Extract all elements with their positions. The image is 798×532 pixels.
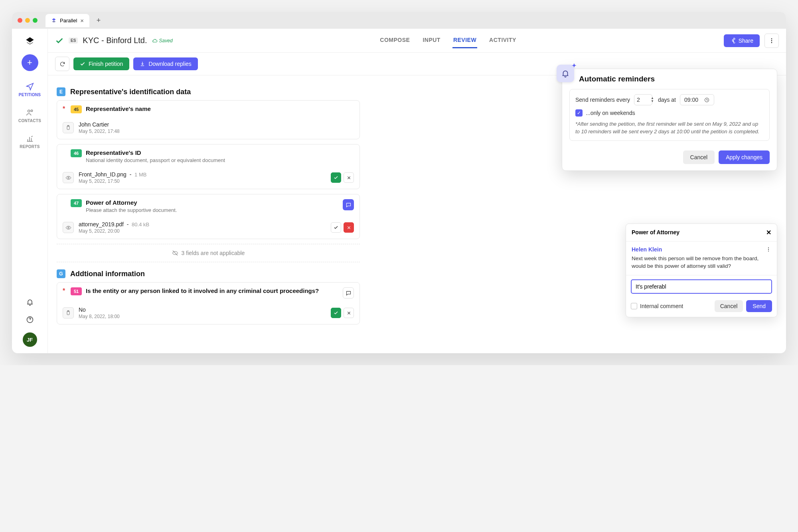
days-input[interactable]: 2	[634, 94, 652, 105]
file-name: attorney_2019.pdf - 80.4 kB	[79, 221, 326, 227]
paper-plane-icon	[26, 82, 34, 91]
app-window: Parallel × + + PETITIONS CONTACTS REPORT…	[12, 12, 786, 353]
notifications-button[interactable]	[23, 295, 37, 309]
check-icon	[80, 61, 85, 67]
download-replies-button[interactable]: Download replies	[133, 57, 198, 70]
checkbox-unchecked-icon	[631, 303, 637, 309]
apply-changes-button[interactable]: Apply changes	[719, 150, 770, 164]
field-number: 47	[71, 199, 82, 207]
language-badge: ES	[69, 38, 78, 44]
eye-off-icon	[172, 250, 178, 256]
x-icon	[347, 311, 351, 315]
button-label: Download replies	[148, 61, 191, 67]
reject-button[interactable]	[344, 222, 354, 233]
maximize-window[interactable]	[33, 18, 38, 23]
reminder-note: *After sending the petition, the first r…	[575, 121, 764, 136]
reject-button[interactable]	[344, 308, 354, 318]
button-label: Finish petition	[89, 61, 123, 67]
tab-compose[interactable]: COMPOSE	[379, 33, 411, 48]
browser-tab[interactable]: Parallel ×	[45, 14, 89, 27]
section-title: Addtional information	[70, 270, 145, 278]
field-timestamp: May 5, 2022, 20:00	[79, 228, 326, 234]
na-label: 3 fields are not applicable	[182, 250, 245, 256]
reminder-text-1: Send reminders every	[575, 97, 630, 103]
app-logo[interactable]	[24, 35, 36, 47]
field-number: 51	[71, 287, 82, 295]
field-timestamp: May 5, 2022, 17:50	[79, 178, 326, 184]
time-value: 09:00	[684, 97, 698, 103]
comment-input[interactable]	[631, 279, 772, 294]
bell-icon	[26, 298, 34, 306]
tab-activity[interactable]: ACTIVITY	[488, 33, 517, 48]
bell-icon	[561, 69, 570, 78]
user-avatar[interactable]: JF	[23, 332, 37, 347]
minimize-window[interactable]	[25, 18, 30, 23]
comment-button[interactable]	[343, 199, 354, 210]
comment-text: Next week this person will be remove fro…	[632, 255, 771, 270]
chat-icon	[346, 202, 352, 208]
svg-point-9	[67, 227, 69, 228]
preview-button[interactable]	[63, 222, 74, 233]
share-icon	[730, 38, 736, 44]
chart-icon	[26, 134, 34, 143]
nav-contacts[interactable]: CONTACTS	[12, 104, 47, 127]
saved-indicator: Saved	[152, 38, 173, 44]
download-icon	[140, 61, 145, 67]
reject-button[interactable]	[344, 172, 354, 183]
field-subtitle: National identity document, passport or …	[86, 157, 354, 163]
check-icon	[334, 175, 338, 180]
new-tab-button[interactable]: +	[93, 15, 104, 26]
field-title: Representative's name	[86, 105, 354, 112]
field-card-47: * 47 Power of Attorney Please attach the…	[57, 194, 360, 239]
days-stepper[interactable]: ▲▼	[651, 97, 654, 103]
check-icon	[55, 36, 64, 45]
field-card-51: * 51 Is the entity or any person linked …	[57, 282, 360, 324]
chat-icon	[346, 290, 352, 296]
tab-input[interactable]: INPUT	[422, 33, 441, 48]
clipboard-icon[interactable]	[63, 307, 74, 318]
cancel-button[interactable]: Cancel	[683, 150, 715, 164]
approve-button[interactable]	[331, 172, 341, 183]
x-icon	[347, 225, 351, 230]
weekends-checkbox[interactable]: ✓ ...only on weekends	[575, 109, 764, 117]
not-applicable-row[interactable]: 3 fields are not applicable	[57, 244, 360, 262]
close-window[interactable]	[18, 18, 22, 23]
comment-button[interactable]	[343, 287, 354, 299]
nav-petitions[interactable]: PETITIONS	[12, 78, 47, 101]
comment-author[interactable]: Helen Klein	[632, 246, 662, 253]
tab-title: Parallel	[60, 18, 77, 24]
spark-icon: ✦	[572, 62, 577, 69]
approve-button[interactable]	[331, 222, 341, 233]
close-icon[interactable]: ✕	[766, 229, 771, 236]
cancel-button[interactable]: Cancel	[715, 300, 743, 312]
x-icon	[347, 176, 351, 180]
more-menu-button[interactable]	[764, 34, 779, 48]
field-timestamp: May 8, 2022, 18:00	[79, 314, 326, 319]
svg-point-4	[771, 40, 772, 41]
create-button[interactable]: +	[22, 54, 38, 71]
approve-button[interactable]	[331, 308, 341, 318]
field-subtitle: Please attach the supportive document.	[86, 207, 339, 213]
share-button[interactable]: Share	[724, 34, 760, 47]
time-input[interactable]: 09:00	[680, 94, 714, 105]
close-tab-icon[interactable]: ×	[80, 17, 84, 24]
refresh-button[interactable]	[55, 57, 69, 71]
dots-vertical-icon[interactable]	[766, 247, 771, 252]
help-button[interactable]	[23, 312, 37, 327]
nav-label: PETITIONS	[19, 93, 41, 97]
popover-title: Automatic reminders	[579, 75, 655, 83]
nav-reports[interactable]: REPORTS	[12, 130, 47, 153]
svg-point-5	[771, 42, 772, 43]
preview-button[interactable]	[63, 172, 74, 183]
clipboard-icon[interactable]	[63, 122, 74, 133]
chevron-down-icon: ▼	[651, 100, 654, 103]
field-value: John Cartier	[79, 121, 354, 128]
browser-tabbar: Parallel × +	[12, 12, 786, 29]
page-header: ES KYC - Binford Ltd. Saved COMPOSE INPU…	[48, 29, 786, 53]
tab-review[interactable]: REVIEW	[452, 33, 477, 48]
send-button[interactable]: Send	[746, 300, 772, 312]
checkbox-label: ...only on weekends	[586, 110, 635, 116]
finish-petition-button[interactable]: Finish petition	[73, 57, 129, 70]
internal-comment-checkbox[interactable]: Internal comment	[631, 303, 683, 309]
nav-label: CONTACTS	[18, 119, 41, 123]
